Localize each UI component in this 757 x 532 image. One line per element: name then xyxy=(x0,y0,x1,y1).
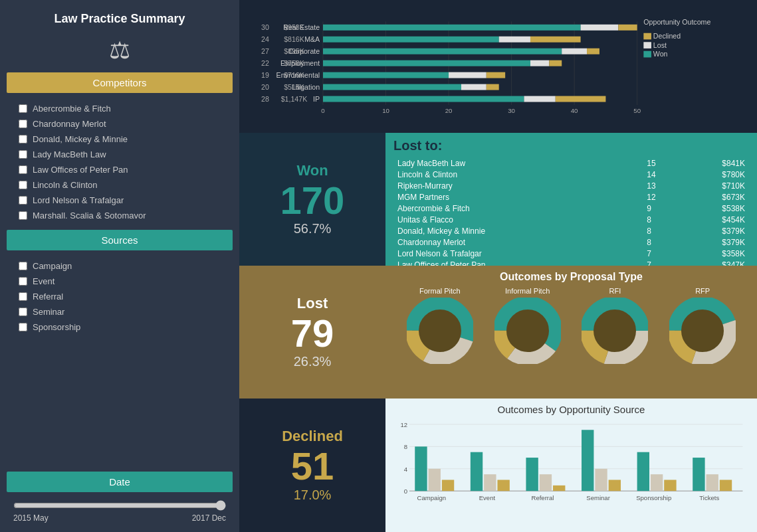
svg-text:4: 4 xyxy=(404,466,408,473)
svg-rect-49 xyxy=(323,84,461,90)
firm-count: 12 xyxy=(643,191,680,203)
source-item: Sponsorship xyxy=(19,319,226,335)
table-row: Donald, Mickey & Minnie8$379K xyxy=(393,225,749,236)
competitor-checkbox[interactable] xyxy=(19,104,27,113)
svg-rect-38 xyxy=(530,60,549,66)
svg-rect-103 xyxy=(595,469,607,491)
svg-rect-57 xyxy=(556,96,606,102)
firm-amount: $379K xyxy=(681,225,750,236)
svg-rect-102 xyxy=(582,430,594,491)
svg-text:28: 28 xyxy=(261,95,269,103)
svg-rect-112 xyxy=(720,480,732,491)
competitor-item: Lincoln & Clinton xyxy=(19,177,226,193)
declined-percent: 17.0% xyxy=(294,488,332,503)
source-item: Seminar xyxy=(19,304,226,319)
sources-list: CampaignEventReferralSeminarSponsorship xyxy=(0,256,239,341)
declined-row: Declined 51 17.0% Outcomes by Opportunit… xyxy=(239,399,757,532)
competitor-checkbox[interactable] xyxy=(19,181,27,189)
competitor-checkbox[interactable] xyxy=(19,150,27,159)
svg-text:Lost: Lost xyxy=(653,41,667,49)
source-label: Referral xyxy=(33,292,63,302)
svg-rect-43 xyxy=(323,72,449,78)
firm-count: 15 xyxy=(643,157,680,169)
source-label: Campaign xyxy=(33,261,72,271)
source-checkbox[interactable] xyxy=(19,292,27,301)
table-row: Chardonnay Merlot8$379K xyxy=(393,236,749,248)
svg-text:19: 19 xyxy=(261,71,269,79)
competitor-checkbox[interactable] xyxy=(19,196,27,205)
donut-svg xyxy=(407,298,473,364)
lost-row: Lost 79 26.3% Outcomes by Proposal Type … xyxy=(239,266,757,399)
lost-number: 79 xyxy=(291,312,334,355)
firm-name: Lady MacBeth Law xyxy=(393,157,643,169)
firm-name: MGM Partners xyxy=(393,191,643,203)
svg-text:22: 22 xyxy=(261,59,269,67)
competitors-header: Competitors xyxy=(7,72,233,93)
competitor-label: Marshall. Scalia & Sotomavor xyxy=(33,211,146,221)
firm-amount: $379K xyxy=(681,236,750,248)
source-bar-chart: 04812CampaignEventReferralSeminarSponsor… xyxy=(393,419,749,512)
firm-name: Lincoln & Clinton xyxy=(393,169,643,180)
donut-item: Formal Pitch xyxy=(407,287,473,364)
firm-name: Unitas & Flacco xyxy=(393,214,643,225)
svg-text:$958K: $958K xyxy=(284,23,304,31)
svg-text:Sponsorship: Sponsorship xyxy=(636,494,671,501)
competitor-checkbox[interactable] xyxy=(19,165,27,174)
svg-text:$1,147K: $1,147K xyxy=(281,95,308,103)
svg-rect-91 xyxy=(429,469,441,491)
main-content: Opportunity OutcomeDeclinedLostWon010203… xyxy=(239,0,757,532)
svg-rect-104 xyxy=(609,480,621,491)
firm-name: Ripken-Murrary xyxy=(393,180,643,191)
svg-rect-5 xyxy=(643,51,651,58)
competitor-label: Chardonnay Merlot xyxy=(33,119,106,129)
competitor-checkbox[interactable] xyxy=(19,135,27,143)
firm-name: Lord Nelson & Trafalgar xyxy=(393,248,643,259)
svg-text:24: 24 xyxy=(261,35,269,43)
competitor-label: Abercrombie & Fitch xyxy=(33,104,111,114)
competitor-item: Lord Nelson & Trafalgar xyxy=(19,193,226,208)
opportunity-bar-chart: Opportunity OutcomeDeclinedLostWon010203… xyxy=(246,7,746,126)
won-percent: 56.7% xyxy=(294,221,332,236)
competitor-item: Marshall. Scalia & Sotomavor xyxy=(19,208,226,223)
svg-text:$515K: $515K xyxy=(284,83,304,91)
donut-label: Formal Pitch xyxy=(419,287,461,295)
competitor-item: Donald, Mickey & Minnie xyxy=(19,132,226,147)
source-checkbox[interactable] xyxy=(19,323,27,331)
svg-rect-90 xyxy=(415,446,427,491)
svg-text:30: 30 xyxy=(508,107,515,114)
source-checkbox[interactable] xyxy=(19,308,27,316)
firm-count: 13 xyxy=(643,180,680,191)
lost-panel: Lost 79 26.3% xyxy=(239,266,385,399)
source-item: Referral xyxy=(19,289,226,304)
declined-panel: Declined 51 17.0% xyxy=(239,399,385,532)
firm-count: 14 xyxy=(643,169,680,180)
svg-text:10: 10 xyxy=(382,107,389,114)
svg-rect-95 xyxy=(484,474,496,491)
svg-rect-39 xyxy=(549,60,562,66)
svg-rect-3 xyxy=(643,42,651,48)
svg-text:Opportunity Outcome: Opportunity Outcome xyxy=(643,18,710,26)
competitor-checkbox[interactable] xyxy=(19,120,27,128)
firm-count: 7 xyxy=(643,259,680,266)
donut-svg xyxy=(582,298,648,364)
sources-header: Sources xyxy=(7,230,233,250)
source-checkbox[interactable] xyxy=(19,277,27,286)
svg-text:$816K: $816K xyxy=(284,35,304,43)
date-range-slider[interactable] xyxy=(13,500,226,511)
firm-name: Law Offices of Peter Pan xyxy=(393,259,643,266)
competitor-checkbox[interactable] xyxy=(19,211,27,220)
declined-number: 51 xyxy=(291,445,334,488)
table-row: Lord Nelson & Trafalgar7$358K xyxy=(393,248,749,259)
source-checkbox[interactable] xyxy=(19,262,27,270)
svg-text:$716K: $716K xyxy=(284,71,304,79)
middle-row: Won 170 56.7% Lost to: Lady MacBeth Law1… xyxy=(239,133,757,266)
svg-rect-20 xyxy=(581,25,619,31)
firm-count: 8 xyxy=(643,236,680,248)
svg-rect-110 xyxy=(693,458,704,491)
table-row: Unitas & Flacco8$454K xyxy=(393,214,749,225)
donut-label: Informal Pitch xyxy=(505,287,550,295)
svg-point-75 xyxy=(595,311,635,351)
svg-rect-111 xyxy=(706,474,718,491)
svg-point-80 xyxy=(683,311,722,351)
firm-amount: $841K xyxy=(681,157,750,169)
